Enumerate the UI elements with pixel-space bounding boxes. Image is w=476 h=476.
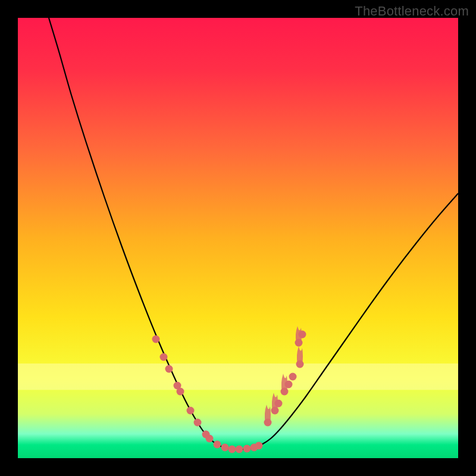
gradient-background — [18, 18, 458, 458]
data-marker — [152, 336, 160, 343]
pale-highlight-band — [18, 364, 458, 390]
data-marker — [243, 445, 251, 453]
data-marker — [214, 441, 221, 449]
data-marker — [295, 339, 303, 347]
data-marker — [275, 400, 283, 408]
data-marker — [264, 419, 272, 427]
chart-frame — [18, 18, 458, 458]
data-marker — [177, 388, 184, 396]
data-marker — [165, 365, 173, 373]
data-marker — [194, 419, 202, 427]
chart-svg — [18, 18, 458, 458]
data-marker — [296, 361, 304, 368]
data-marker — [289, 373, 297, 381]
data-marker — [221, 444, 229, 452]
data-marker — [228, 446, 236, 453]
data-marker — [271, 407, 279, 415]
data-marker — [299, 331, 306, 339]
data-marker — [236, 446, 243, 453]
data-marker — [206, 435, 214, 443]
data-marker — [285, 381, 293, 389]
data-marker — [281, 388, 289, 396]
data-marker — [187, 407, 195, 415]
data-marker — [255, 442, 263, 450]
data-marker — [160, 353, 168, 361]
watermark-text: TheBottleneck.com — [355, 4, 469, 19]
